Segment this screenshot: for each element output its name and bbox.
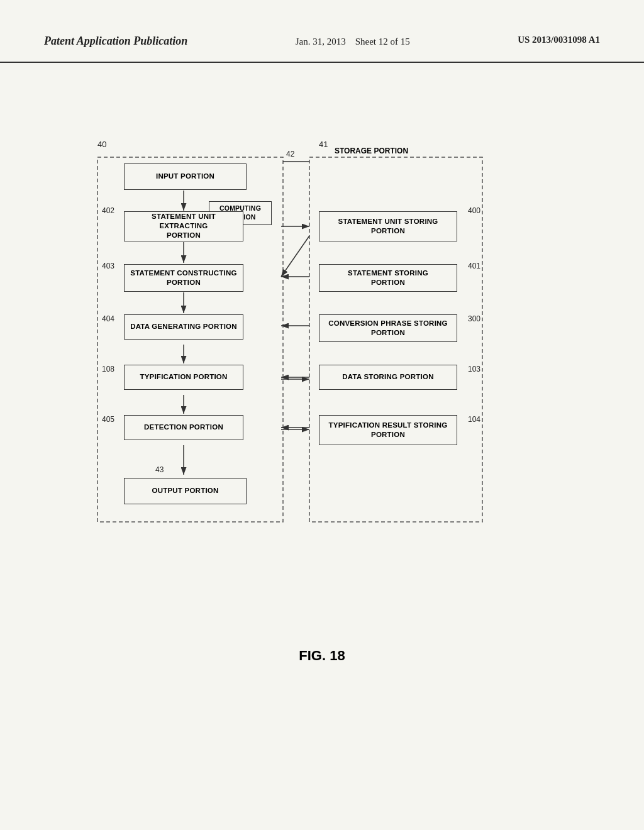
storage-portion-label: STORAGE PORTION [335,147,408,155]
label-103: 103 [468,365,480,374]
box-detection: DETECTION PORTION [124,415,243,440]
label-300: 300 [468,314,480,323]
box-input-portion: INPUT PORTION [124,163,247,190]
box-stmt-storing: STATEMENT STORINGPORTION [319,264,457,292]
box-output-portion: OUTPUT PORTION [124,478,247,504]
box-data-storing: DATA STORING PORTION [319,365,457,390]
label-401: 401 [468,262,480,270]
header-left-title: Patent Application Publication [44,35,187,48]
label-43: 43 [155,465,164,474]
page: Patent Application Publication Jan. 31, … [0,0,644,830]
label-400: 400 [468,206,480,215]
header-center-info: Jan. 31, 2013 Sheet 12 of 15 [296,35,410,49]
box-stmt-unit-extracting: STATEMENT UNIT EXTRACTINGPORTION [124,211,243,241]
box-conv-phrase-storing: CONVERSION PHRASE STORINGPORTION [319,314,457,342]
box-typif-result-storing: TYPIFICATION RESULT STORINGPORTION [319,415,457,445]
diagram-area: 40 INPUT PORTION COMPUTINGPORTION 402 ST… [0,63,644,641]
label-404: 404 [102,314,114,323]
label-42: 42 [286,150,294,158]
fig-caption: FIG. 18 [0,648,644,689]
box-stmt-unit-storing: STATEMENT UNIT STORINGPORTION [319,211,457,241]
header: Patent Application Publication Jan. 31, … [0,0,644,63]
label-40: 40 [97,140,106,149]
box-stmt-constructing: STATEMENT CONSTRUCTINGPORTION [124,264,243,292]
label-403: 403 [102,262,114,270]
box-typification: TYPIFICATION PORTION [124,365,243,390]
label-405: 405 [102,415,114,424]
label-108: 108 [102,365,114,374]
diagram-container: 40 INPUT PORTION COMPUTINGPORTION 402 ST… [86,101,558,616]
header-right-number: US 2013/0031098 A1 [518,35,600,45]
label-41: 41 [319,140,328,149]
label-104: 104 [468,415,480,424]
box-data-generating: DATA GENERATING PORTION [124,314,243,340]
label-402: 402 [102,206,114,215]
svg-line-10 [281,236,309,277]
